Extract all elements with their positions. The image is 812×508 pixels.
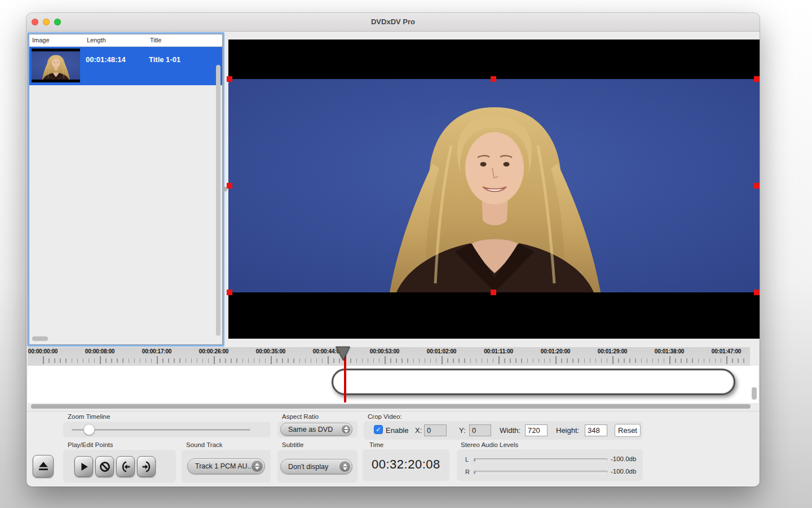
crop-handle-mid-right[interactable]: [754, 183, 760, 189]
ruler-timestamp: 00:00:53:00: [370, 348, 399, 354]
crop-handle-top-left[interactable]: [227, 76, 232, 82]
time-display: 00:32:20:08: [372, 457, 440, 472]
zoom-timeline-group: [63, 422, 271, 437]
ruler-timestamp: 00:01:20:00: [541, 348, 570, 354]
stepper-arrows-icon: [251, 461, 263, 472]
timeline-track: [28, 366, 758, 403]
ruler-timestamp: 00:00:08:00: [85, 348, 114, 354]
subtitle-value: Don't display: [288, 463, 328, 471]
crop-x-label: X:: [415, 426, 422, 435]
ruler-timestamp: 00:01:29:00: [598, 348, 627, 354]
sound-track-group: Track 1 PCM AU...: [182, 450, 271, 483]
play-edit-points-label: Play/Edit Points: [68, 441, 113, 448]
no-symbol-icon: [99, 461, 111, 473]
crop-reset-button[interactable]: Reset: [615, 424, 641, 437]
zoom-timeline-label: Zoom Timeline: [68, 413, 110, 420]
set-in-point-button[interactable]: [116, 456, 135, 477]
video-preview: [228, 40, 760, 339]
set-out-point-button[interactable]: [137, 456, 156, 477]
zoom-timeline-slider-knob[interactable]: [83, 424, 95, 435]
audio-right-meter: [474, 471, 608, 474]
stepper-arrows-icon: [342, 425, 350, 433]
ruler-timestamp: 00:00:35:00: [256, 348, 285, 354]
time-group: 00:32:20:08: [363, 449, 449, 481]
title-list-panel: Image Length Title 00:01:48:14 Title 1-0…: [27, 32, 224, 347]
title-row-name: Title 1-01: [149, 55, 180, 64]
audio-right-label: R: [465, 468, 470, 475]
time-label: Time: [369, 441, 383, 448]
crop-width-label: Width:: [500, 426, 520, 435]
eject-button[interactable]: [33, 455, 54, 478]
title-row-length: 00:01:48:14: [86, 55, 126, 64]
aspect-ratio-label: Aspect Ratio: [282, 413, 319, 420]
list-horizontal-scrollbar[interactable]: [32, 336, 48, 341]
play-icon: [78, 461, 90, 472]
crop-height-label: Height:: [556, 426, 579, 435]
stepper-arrows-icon: [339, 461, 350, 472]
crop-handle-bottom-right[interactable]: [754, 290, 760, 295]
crop-enable-label: Enable: [386, 426, 408, 435]
subtitle-dropdown[interactable]: Don't display: [280, 459, 352, 474]
crop-x-input[interactable]: [424, 424, 447, 436]
timeline-ruler-ticks: [28, 355, 750, 366]
sound-track-label: Sound Track: [186, 441, 223, 448]
crop-handle-top-right[interactable]: [754, 76, 760, 82]
crop-height-input[interactable]: [585, 424, 607, 436]
title-row-selected[interactable]: 00:01:48:14 Title 1-01: [29, 47, 222, 85]
stop-cancel-button[interactable]: [95, 456, 114, 477]
window-title: DVDxDV Pro: [27, 17, 760, 26]
titlebar: DVDxDV Pro: [27, 13, 760, 32]
subtitle-group: Don't display: [277, 450, 358, 483]
ruler-timestamp: 00:01:02:00: [427, 348, 456, 354]
title-thumbnail: [32, 49, 80, 82]
crop-video-label: Crop Video:: [368, 413, 402, 420]
aspect-ratio-group: Same as DVD: [277, 421, 358, 437]
ruler-timestamp: 00:01:11:00: [484, 348, 513, 354]
sound-track-dropdown[interactable]: Track 1 PCM AU...: [187, 458, 265, 474]
app-window: DVDxDV Pro Image Length Title 00:01:48:1…: [27, 13, 760, 487]
crop-y-label: Y:: [459, 426, 466, 435]
audio-left-meter: [474, 458, 608, 462]
column-length: Length: [87, 37, 106, 43]
crop-video-group: ✓ Enable X: Y: Width: Height: Reset: [364, 421, 643, 440]
column-title: Title: [150, 37, 161, 43]
play-button[interactable]: [74, 456, 93, 477]
subtitle-label: Subtitle: [282, 441, 303, 448]
list-header: Image Length Title: [29, 34, 222, 47]
video-frame: [228, 79, 760, 292]
crop-width-input[interactable]: [525, 424, 548, 436]
crop-handle-bottom-center[interactable]: [491, 290, 496, 295]
eject-icon: [37, 460, 50, 472]
crop-handle-top-center[interactable]: [491, 76, 496, 82]
aspect-ratio-value: Same as DVD: [288, 426, 333, 433]
ruler-timestamp: 00:00:17:00: [142, 348, 171, 354]
stereo-audio-levels-label: Stereo Audio Levels: [461, 441, 518, 448]
audio-left-value: -100.0db: [611, 456, 636, 462]
crop-handle-mid-left[interactable]: [227, 183, 232, 189]
crop-handle-bottom-left[interactable]: [227, 290, 232, 295]
list-vertical-scrollbar[interactable]: [216, 65, 220, 336]
control-panel: Zoom Timeline Play/Edit Points: [27, 411, 760, 487]
playhead-marker[interactable]: [335, 346, 351, 364]
aspect-ratio-dropdown[interactable]: Same as DVD: [280, 423, 352, 436]
ruler-timestamp: 00:00:26:00: [199, 348, 228, 354]
audio-levels-group: L -100.0db R -100.0db: [457, 449, 643, 481]
crop-y-input[interactable]: [469, 424, 491, 436]
audio-right-value: -100.0db: [611, 468, 636, 475]
audio-left-label: L: [465, 456, 469, 463]
play-edit-group: [63, 450, 176, 483]
crop-enable-checkbox[interactable]: ✓: [374, 425, 383, 434]
timeline-ruler[interactable]: 00:00:00:0000:00:08:0000:00:17:0000:00:2…: [28, 347, 750, 366]
ruler-timestamp: 00:01:38:00: [655, 348, 684, 354]
sound-track-value: Track 1 PCM AU...: [195, 462, 253, 470]
timeline-selection-region[interactable]: [332, 369, 735, 395]
ruler-timestamp: 00:00:00:00: [28, 348, 58, 354]
ruler-timestamp: 00:01:47:00: [712, 348, 741, 354]
column-image: Image: [32, 37, 50, 43]
timeline-vertical-scrollbar[interactable]: [752, 387, 757, 400]
out-point-arrow-icon: [140, 461, 153, 473]
zoom-timeline-slider-track[interactable]: [72, 429, 250, 431]
in-point-arrow-icon: [120, 461, 132, 473]
timeline-horizontal-scrollbar[interactable]: [31, 404, 751, 409]
